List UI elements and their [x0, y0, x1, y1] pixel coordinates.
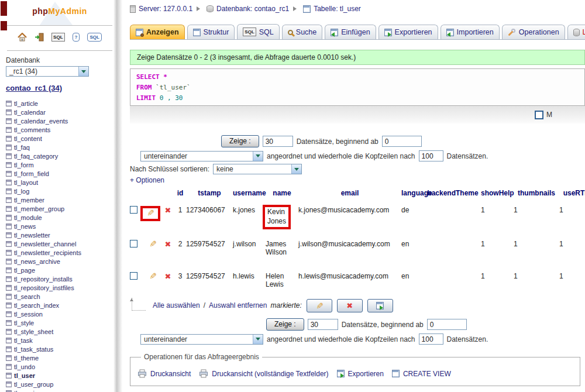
edit-selected-button[interactable]	[307, 299, 332, 312]
col-header-username[interactable]: username	[233, 187, 266, 202]
sidebar-table-item[interactable]: tl_news_archive	[6, 257, 113, 266]
sidebar-table-item[interactable]: tl_comments	[6, 125, 113, 134]
sidebar-table-item[interactable]: tl_search	[6, 292, 113, 301]
print-view-fulltext-link[interactable]: Druckansicht (vollständige Textfelder)	[199, 369, 328, 378]
sidebar-table-item[interactable]: tl_page	[6, 266, 113, 274]
show-button[interactable]: Zeige :	[266, 318, 304, 331]
repeat-headers-input[interactable]	[419, 333, 443, 345]
tab-sql[interactable]: SQL SQL	[237, 24, 279, 39]
edit-pencil-icon[interactable]	[149, 240, 156, 247]
chevron-down-icon[interactable]	[253, 335, 263, 344]
col-header-language[interactable]: language	[401, 187, 425, 202]
database-select[interactable]: _rc1 (34)	[6, 66, 89, 77]
profiling-checkbox[interactable]	[535, 111, 543, 119]
sidebar-table-item[interactable]: tl_task	[6, 336, 113, 345]
repeat-headers-input[interactable]	[419, 150, 443, 161]
home-icon[interactable]	[18, 33, 27, 42]
col-header-email[interactable]: email	[298, 187, 401, 202]
col-header-thumbnails[interactable]: thumbnails	[514, 187, 559, 202]
sidebar-table-item[interactable]: tl_module	[6, 213, 113, 222]
sidebar-table-item[interactable]: tl_member_group	[6, 204, 113, 213]
export-selected-button[interactable]	[367, 299, 393, 312]
sidebar-table-item[interactable]: tl_newsletter_recipients	[6, 248, 113, 257]
delete-x-icon[interactable]	[165, 206, 171, 215]
database-link[interactable]: contao_rc1 (34)	[6, 84, 62, 92]
col-header-id[interactable]: id	[174, 187, 186, 202]
sidebar-table-item[interactable]: tl_user_group	[6, 380, 113, 388]
chevron-down-icon[interactable]	[253, 152, 263, 161]
sidebar-table-item[interactable]: tl_article	[6, 99, 113, 108]
tab-struktur[interactable]: Struktur	[187, 25, 235, 39]
options-toggle-link[interactable]: + Optionen	[130, 176, 164, 184]
table-icon	[6, 232, 12, 238]
logout-icon[interactable]	[35, 33, 44, 42]
tab-importieren[interactable]: Importieren	[441, 25, 500, 39]
sidebar-table-item[interactable]: tl_user	[6, 371, 113, 380]
display-mode-select[interactable]: untereinander	[140, 334, 263, 345]
tab-anzeigen[interactable]: Anzeigen	[130, 25, 185, 39]
row-checkbox[interactable]	[130, 240, 137, 247]
start-row-input[interactable]	[427, 319, 467, 330]
show-button[interactable]: Zeige :	[221, 135, 259, 147]
tab-exportieren[interactable]: Exportieren	[378, 25, 438, 39]
sidebar-table-item[interactable]: tl_faq_category	[6, 152, 113, 160]
page-size-input[interactable]	[308, 319, 338, 330]
tab-einfuegen[interactable]: Einfügen	[325, 25, 376, 39]
col-header-name[interactable]: name	[266, 187, 298, 202]
sidebar-table-item[interactable]: tl_log	[6, 187, 113, 195]
sidebar-table-item[interactable]: tl_theme	[6, 353, 113, 362]
delete-selected-button[interactable]	[337, 299, 363, 312]
chevron-down-icon[interactable]	[291, 164, 301, 174]
print-view-link[interactable]: Druckansicht	[137, 369, 191, 378]
sidebar-table-item[interactable]: tl_task_status	[6, 345, 113, 353]
help-icon[interactable]: ?	[73, 33, 80, 42]
col-header-tstamp[interactable]: tstamp	[186, 187, 233, 202]
sidebar-table-item[interactable]: tl_undo	[6, 362, 113, 371]
deselect-all-link[interactable]: Auswahl entfernen	[209, 301, 267, 310]
sidebar-table-item[interactable]: tl_session	[6, 310, 113, 318]
sidebar-table-item[interactable]: tl_layout	[6, 178, 113, 187]
start-row-input[interactable]	[382, 136, 422, 147]
sidebar-table-item[interactable]: tl_calendar_events	[6, 116, 113, 125]
sidebar-table-item[interactable]: tl_newsletter_channel	[6, 239, 113, 248]
sidebar-table-item[interactable]: tl_repository_instfiles	[6, 283, 113, 292]
row-checkbox[interactable]	[130, 272, 137, 280]
sidebar-table-item[interactable]: tl_style_sheet	[6, 327, 113, 336]
sidebar-table-item[interactable]: tl_member	[6, 195, 113, 204]
sidebar-table-item[interactable]: tl_search_index	[6, 301, 113, 310]
tab-operationen[interactable]: Operationen	[502, 25, 565, 39]
col-header-useRTE[interactable]: useRTE	[559, 187, 585, 202]
delete-x-icon[interactable]	[165, 272, 171, 281]
sidebar-table-item[interactable]: tl_form	[6, 160, 113, 169]
edit-pencil-icon[interactable]	[146, 209, 154, 216]
sidebar-table-item[interactable]: tl_form_field	[6, 169, 113, 178]
sidebar-table-item[interactable]: tl_repository_installs	[6, 274, 113, 283]
sidebar-table-item[interactable]: tl_newsletter	[6, 231, 113, 239]
select-all-link[interactable]: Alle auswählen	[153, 301, 200, 310]
sidebar-table-item[interactable]: tl_style	[6, 318, 113, 327]
col-header-showHelp[interactable]: showHelp	[481, 187, 514, 202]
breadcrumb-database[interactable]: Datenbank: contao_rc1	[207, 5, 289, 13]
sidebar-table-item[interactable]: tl_news	[6, 222, 113, 231]
chevron-down-icon[interactable]	[78, 67, 88, 76]
display-mode-select[interactable]: untereinander	[140, 151, 263, 161]
sql-window-icon[interactable]: SQL	[51, 33, 64, 42]
page-size-input[interactable]	[263, 136, 293, 147]
create-view-link[interactable]: CREATE VIEW	[392, 370, 451, 378]
sidebar-table-item[interactable]: tl_version	[6, 388, 113, 392]
col-header-backendTheme[interactable]: backendTheme	[425, 187, 481, 202]
edit-pencil-icon[interactable]	[149, 272, 156, 280]
sidebar-table-item[interactable]: tl_calendar	[6, 108, 113, 116]
sidebar-table-item[interactable]: tl_faq	[6, 143, 113, 152]
export-link[interactable]: Exportieren	[337, 370, 384, 378]
sort-key-select[interactable]: keine	[213, 164, 302, 174]
sql-docs-icon[interactable]: SQL	[87, 33, 101, 42]
breadcrumb-server[interactable]: Server: 127.0.0.1	[130, 5, 192, 13]
sidebar-table-item[interactable]: tl_content	[6, 134, 113, 143]
row-checkbox[interactable]	[130, 206, 137, 214]
breadcrumb-table[interactable]: Tabelle: tl_user	[303, 5, 361, 13]
delete-x-icon[interactable]	[165, 240, 171, 249]
phpmyadmin-logo[interactable]: phpMyAdmin	[6, 6, 113, 22]
tab-suche[interactable]: Suche	[282, 25, 322, 39]
tab-leeren[interactable]: Leeren	[567, 25, 585, 39]
